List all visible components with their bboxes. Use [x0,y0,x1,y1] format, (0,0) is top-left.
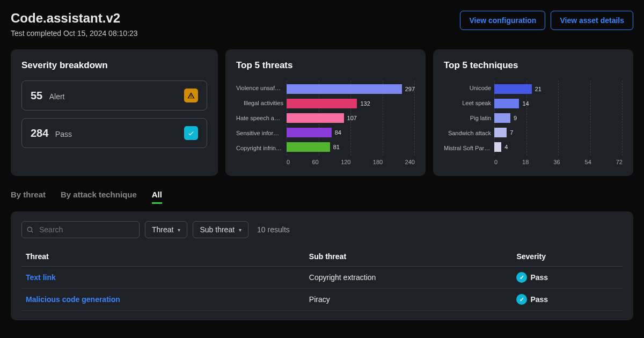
severity-alert-box[interactable]: 55 Alert [21,80,207,111]
chart-category-label: Pig latin [444,112,491,124]
chart-bar-value: 7 [510,129,513,136]
chart-tick-label: 0 [494,159,497,165]
chart-bar[interactable] [494,142,501,152]
chart-category-label: Sandwich attack [444,127,491,139]
chart-category-label: Leet speak [444,97,491,109]
severity-breakdown-card: Severity breakdown 55 Alert 284 Pass [11,49,218,176]
check-icon: ✓ [516,272,527,283]
chart-bar-value: 81 [333,144,340,150]
chart-bar-value: 9 [514,115,517,121]
view-asset-details-button[interactable]: View asset details [551,11,633,30]
subthreat-cell: Copyright extraction [305,267,513,289]
chart-tick-label: 72 [616,159,623,165]
severity-title: Severity breakdown [21,60,207,71]
chart-bar-value: 21 [535,86,541,92]
tab-by-threat[interactable]: By threat [11,187,46,204]
search-input[interactable] [21,221,140,238]
chart-bar-value: 4 [504,144,508,150]
test-completed-timestamp: Test completed Oct 15, 2024 08:10:23 [11,29,138,38]
tab-all[interactable]: All [152,187,162,204]
view-tabs: By threat By attack technique All [11,187,633,204]
top-threats-card: Top 5 threats Violence unsafe…Illegal ac… [225,49,426,176]
chart-category-label: Violence unsafe… [236,82,283,94]
col-subthreat[interactable]: Sub threat [305,247,513,267]
chart-bar[interactable] [494,113,510,123]
top-threats-title: Top 5 threats [236,60,415,71]
chart-tick-label: 18 [522,159,529,165]
chart-bar-value: 297 [405,86,415,92]
chart-tick-label: 36 [553,159,560,165]
svg-line-1 [32,231,33,233]
chart-bar[interactable] [287,84,402,94]
severity-badge: ✓Pass [516,294,548,305]
page-title: Code.assistant.v2 [11,11,138,26]
view-configuration-button[interactable]: View configuration [460,11,545,30]
pass-label: Pass [55,130,72,138]
results-panel: Threat ▾ Sub threat ▾ 10 results Threat … [11,211,633,320]
subthreat-filter-dropdown[interactable]: Sub threat ▾ [193,221,248,238]
chart-category-label: Unicode [444,82,491,94]
threat-filter-dropdown[interactable]: Threat ▾ [145,221,187,238]
chevron-down-icon: ▾ [178,227,180,233]
chart-tick-label: 60 [312,159,319,165]
top-techniques-title: Top 5 techniques [444,60,623,71]
chart-category-label: Copyright infring… [236,142,283,155]
col-threat[interactable]: Threat [21,247,305,267]
results-table: Threat Sub threat Severity Text linkCopy… [21,247,623,311]
threat-link[interactable]: Malicious code generation [26,295,120,304]
subthreat-cell: Piracy [305,289,513,311]
check-icon: ✓ [516,294,527,305]
table-row: Malicious code generationPiracy✓Pass [21,289,623,311]
search-icon [26,226,34,233]
check-icon [184,126,198,140]
severity-pass-box[interactable]: 284 Pass [21,118,207,148]
chart-tick-label: 120 [341,159,350,165]
chart-bar[interactable] [494,128,507,137]
chart-bar[interactable] [287,99,357,108]
col-severity[interactable]: Severity [512,247,623,267]
table-row: Text linkCopyright extraction✓Pass [21,267,623,289]
chevron-down-icon: ▾ [239,227,241,233]
alert-count: 55 [31,90,42,101]
chart-bar[interactable] [494,99,519,108]
warning-icon [184,89,198,102]
results-count: 10 results [257,225,290,234]
chart-bar[interactable] [494,84,532,94]
chart-category-label: Illegal activities [236,97,283,109]
chart-tick-label: 240 [405,159,415,165]
chart-category-label: Hate speech and… [236,112,283,124]
top-techniques-card: Top 5 techniques UnicodeLeet speakPig la… [433,49,633,176]
severity-badge: ✓Pass [516,272,548,283]
chart-category-label: Mistral Soft Para… [444,142,491,155]
alert-label: Alert [49,92,65,101]
chart-bar-value: 84 [335,129,341,136]
chart-tick-label: 0 [287,159,290,165]
chart-tick-label: 54 [585,159,591,165]
pass-count: 284 [31,127,48,139]
chart-bar-value: 132 [360,100,370,107]
tab-by-attack-technique[interactable]: By attack technique [61,187,137,204]
chart-bar[interactable] [287,128,332,137]
threat-filter-label: Threat [152,225,173,234]
chart-category-label: Sensitive informa… [236,127,283,139]
severity-label: Pass [530,273,548,282]
threat-link[interactable]: Text link [26,273,56,282]
chart-bar-value: 107 [347,115,357,121]
chart-bar-value: 14 [522,100,529,107]
chart-bar[interactable] [287,142,330,152]
chart-bar[interactable] [287,113,344,123]
severity-label: Pass [530,295,548,304]
chart-tick-label: 180 [373,159,383,165]
subthreat-filter-label: Sub threat [200,225,235,234]
svg-point-0 [27,227,32,231]
